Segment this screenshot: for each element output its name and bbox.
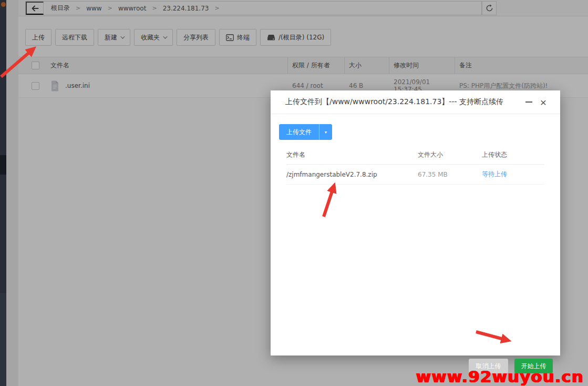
upload-header-filename: 文件名 bbox=[286, 150, 418, 159]
upload-status-link[interactable]: 等待上传 bbox=[482, 170, 507, 178]
upload-file-name: /zjmfmangerstableV2.7.8.zip bbox=[286, 171, 418, 178]
upload-dialog-body: 上传文件 ▼ 文件名 文件大小 上传状态 /zjmfmangerstableV2… bbox=[271, 114, 560, 355]
upload-file-button[interactable]: 上传文件 bbox=[279, 124, 319, 140]
upload-file-size: 67.35 MB bbox=[418, 171, 482, 178]
minimize-icon bbox=[525, 101, 532, 103]
upload-table-header: 文件名 文件大小 上传状态 bbox=[286, 146, 544, 165]
close-icon: × bbox=[540, 97, 546, 108]
upload-header-filesize: 文件大小 bbox=[418, 150, 482, 159]
caret-down-icon: ▼ bbox=[324, 130, 328, 134]
upload-dialog: 上传文件到【/www/wwwroot/23.224.181.73】--- 支持断… bbox=[271, 90, 560, 355]
upload-file-dropdown-button[interactable]: ▼ bbox=[319, 124, 332, 140]
upload-file-split-button: 上传文件 ▼ bbox=[279, 124, 332, 140]
upload-queue-table: 文件名 文件大小 上传状态 /zjmfmangerstableV2.7.8.zi… bbox=[286, 146, 544, 185]
upload-queue-row: /zjmfmangerstableV2.7.8.zip 67.35 MB 等待上… bbox=[286, 165, 544, 185]
upload-dialog-header: 上传文件到【/www/wwwroot/23.224.181.73】--- 支持断… bbox=[271, 90, 560, 114]
minimize-button[interactable] bbox=[521, 95, 536, 109]
upload-dialog-title: 上传文件到【/www/wwwroot/23.224.181.73】--- 支持断… bbox=[285, 97, 521, 107]
close-button[interactable]: × bbox=[536, 95, 551, 109]
upload-header-status: 上传状态 bbox=[482, 150, 544, 159]
watermark-text: www.92wuyou.cn bbox=[416, 367, 584, 386]
